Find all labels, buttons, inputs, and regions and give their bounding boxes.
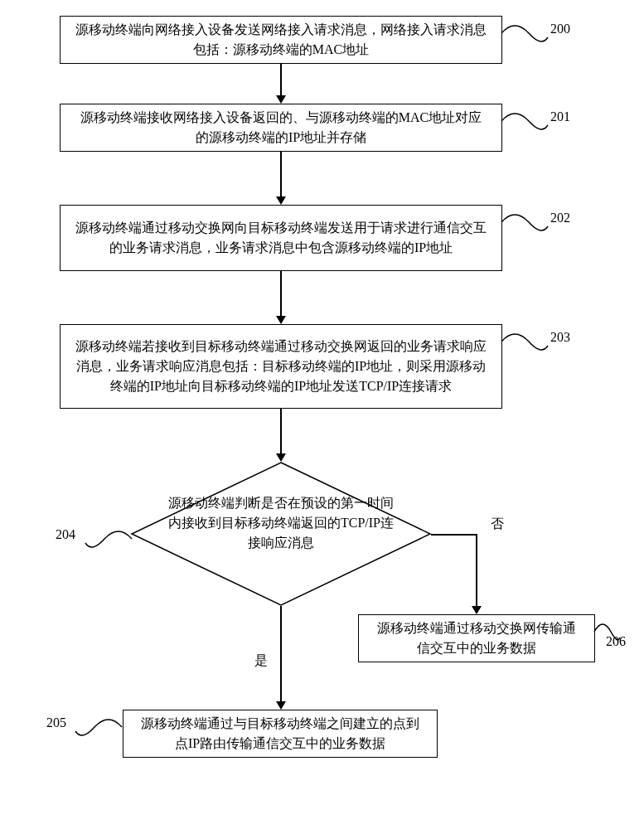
flowchart-container: 源移动终端向网络接入设备发送网络接入请求消息，网络接入请求消息包括：源移动终端的…: [0, 0, 644, 829]
step-201-number: 201: [550, 109, 570, 124]
step-203-text: 源移动终端若接收到目标移动终端通过移动交换网返回的业务请求响应消息，业务请求响应…: [75, 337, 487, 396]
step-204-text-wrap: 源移动终端判断是否在预设的第一时间内接收到目标移动终端返回的TCP/IP连接响应…: [166, 493, 396, 553]
step-205-number: 205: [46, 715, 66, 730]
arrowhead-201-202: [276, 196, 286, 205]
step-204-number: 204: [56, 527, 75, 542]
step-205-box: 源移动终端通过与目标移动终端之间建立的点到点IP路由传输通信交互中的业务数据: [123, 710, 438, 758]
arrow-202-203: [280, 271, 282, 318]
step-205-text: 源移动终端通过与目标移动终端之间建立的点到点IP路由传输通信交互中的业务数据: [138, 714, 422, 754]
step-204-text: 源移动终端判断是否在预设的第一时间内接收到目标移动终端返回的TCP/IP连接响应…: [168, 496, 394, 550]
arrow-no-v: [476, 534, 477, 608]
arrow-200-201: [280, 64, 282, 97]
step-203-number: 203: [550, 330, 570, 345]
step-200-text: 源移动终端向网络接入设备发送网络接入请求消息，网络接入请求消息包括：源移动终端的…: [75, 20, 487, 60]
step-205-connector: [74, 715, 123, 739]
arrowhead-202-203: [276, 316, 286, 324]
step-202-connector: [500, 210, 550, 235]
arrow-no-h: [431, 534, 477, 536]
arrow-201-202: [280, 152, 282, 198]
no-label: 否: [491, 516, 504, 533]
step-203-connector: [500, 329, 550, 354]
step-202-box: 源移动终端通过移动交换网向目标移动终端发送用于请求进行通信交互的业务请求消息，业…: [60, 205, 502, 271]
step-206-box: 源移动终端通过移动交换网传输通信交互中的业务数据: [358, 614, 595, 662]
step-203-box: 源移动终端若接收到目标移动终端通过移动交换网返回的业务请求响应消息，业务请求响应…: [60, 324, 502, 409]
step-201-connector: [500, 109, 550, 133]
arrow-yes: [280, 606, 282, 704]
step-206-text: 源移动终端通过移动交换网传输通信交互中的业务数据: [374, 618, 579, 658]
arrowhead-yes: [276, 701, 286, 710]
step-206-number: 206: [606, 634, 626, 649]
step-202-number: 202: [550, 211, 570, 225]
yes-label: 是: [254, 652, 268, 670]
step-200-connector: [500, 21, 550, 46]
arrow-203-204: [280, 409, 282, 455]
step-202-text: 源移动终端通过移动交换网向目标移动终端发送用于请求进行通信交互的业务请求消息，业…: [75, 218, 487, 258]
step-201-box: 源移动终端接收网络接入设备返回的、与源移动终端的MAC地址对应的源移动终端的IP…: [60, 104, 502, 152]
step-200-box: 源移动终端向网络接入设备发送网络接入请求消息，网络接入请求消息包括：源移动终端的…: [60, 16, 502, 64]
arrowhead-no: [472, 606, 482, 614]
step-204-connector: [84, 526, 133, 551]
step-200-number: 200: [550, 22, 570, 36]
arrowhead-200-201: [276, 95, 286, 104]
step-201-text: 源移动终端接收网络接入设备返回的、与源移动终端的MAC地址对应的源移动终端的IP…: [75, 108, 487, 148]
